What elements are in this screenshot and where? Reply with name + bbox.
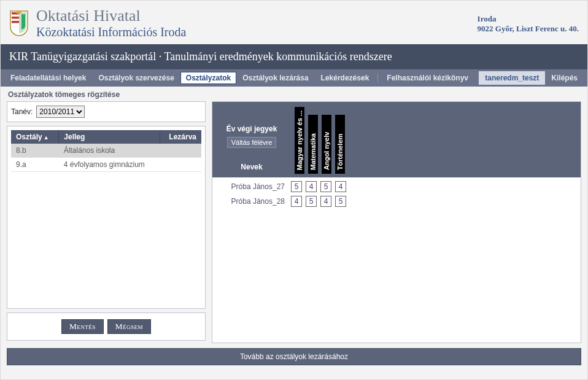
grades-header: Év végi jegyek Váltás félévre Nevek Magy… (212, 102, 581, 177)
cell-osztaly: 9.a (11, 158, 59, 172)
table-row[interactable]: 9.a 4 évfolyamos gimnázium (11, 158, 201, 172)
save-cancel-row: Mentés Mégsem (7, 312, 206, 341)
svg-rect-3 (17, 11, 21, 14)
names-label: Nevek (241, 163, 262, 171)
svg-rect-2 (12, 21, 19, 23)
menu-feladatellatas[interactable]: Feladatellátási helyek (4, 71, 92, 85)
switch-semester-button[interactable]: Váltás félévre (227, 137, 277, 148)
office-label: Iroda (478, 14, 579, 24)
current-user: taneredm_teszt (479, 71, 545, 85)
cell-jelleg: Általános iskola (59, 144, 160, 158)
subject-header: Angol nyelv (322, 115, 331, 174)
subject-header: Magyar nyelv és ... (295, 107, 304, 174)
cell-osztaly: 8.b (11, 144, 59, 158)
student-row: Próba János_28 (216, 196, 577, 207)
subject-header: Matematika (308, 115, 318, 174)
class-list-panel: Osztály▲ Jelleg Lezárva 8.b Általános is… (7, 126, 206, 309)
org-subtitle: Közoktatási Információs Iroda (36, 25, 186, 39)
subject-header: Történelem (335, 115, 345, 174)
grade-input[interactable] (320, 181, 331, 192)
grade-input[interactable] (291, 196, 302, 207)
cell-lezarva (160, 144, 201, 158)
page-title: Osztályzatok tömeges rögzítése (1, 87, 587, 101)
grade-input[interactable] (335, 181, 346, 192)
menu-kezikonyv[interactable]: Felhasználói kézikönyv (381, 71, 474, 85)
tanev-panel: Tanév: 2010/2011 (7, 101, 206, 122)
main-menu: Feladatellátási helyek Osztályok szervez… (1, 69, 587, 87)
cell-lezarva (160, 158, 201, 172)
menu-separator (377, 73, 378, 83)
menu-osztalyok-lezarasa[interactable]: Osztályok lezárása (236, 71, 314, 85)
grade-input[interactable] (335, 196, 346, 207)
menu-osztalyzatok[interactable]: Osztályzatok (180, 72, 236, 84)
grades-body: Próba János_27 Próba János_28 (212, 177, 581, 211)
grade-input[interactable] (320, 196, 331, 207)
student-name: Próba János_27 (216, 182, 287, 191)
org-name: Oktatási Hivatal (36, 7, 186, 25)
cell-jelleg: 4 évfolyamos gimnázium (59, 158, 160, 172)
tanev-select[interactable]: 2010/2011 (36, 106, 85, 118)
save-button[interactable]: Mentés (61, 319, 104, 334)
office-info: Iroda 9022 Győr, Liszt Ferenc u. 40. (478, 13, 579, 34)
grade-input[interactable] (306, 181, 317, 192)
portal-title: KIR Tanügyigazgatási szakportál · Tanulm… (1, 44, 587, 69)
year-end-label: Év végi jegyek (226, 125, 277, 133)
table-row[interactable]: 8.b Általános iskola (11, 144, 201, 158)
crest-icon (9, 10, 29, 37)
col-lezarva[interactable]: Lezárva (160, 130, 201, 144)
menu-lekerdezesek[interactable]: Lekérdezések (315, 71, 376, 85)
office-address: 9022 Győr, Liszt Ferenc u. 40. (478, 24, 579, 34)
grade-input[interactable] (291, 181, 302, 192)
menu-osztalyok-szervezese[interactable]: Osztályok szervezése (92, 71, 180, 85)
sort-asc-icon: ▲ (44, 134, 49, 141)
class-table: Osztály▲ Jelleg Lezárva 8.b Általános is… (11, 130, 201, 172)
student-row: Próba János_27 (216, 181, 577, 192)
logout-link[interactable]: Kilépés (545, 71, 584, 85)
app-header: Oktatási Hivatal Közoktatási Információs… (1, 1, 587, 44)
grade-input[interactable] (306, 196, 317, 207)
proceed-close-bar[interactable]: Tovább az osztályok lezárásához (7, 348, 581, 365)
svg-rect-1 (12, 17, 19, 19)
cancel-button[interactable]: Mégsem (107, 319, 151, 334)
col-jelleg[interactable]: Jelleg (59, 130, 160, 144)
tanev-label: Tanév: (11, 107, 33, 116)
student-name: Próba János_28 (216, 197, 287, 206)
grades-panel: Év végi jegyek Váltás félévre Nevek Magy… (212, 101, 581, 343)
col-osztaly[interactable]: Osztály▲ (11, 130, 59, 144)
